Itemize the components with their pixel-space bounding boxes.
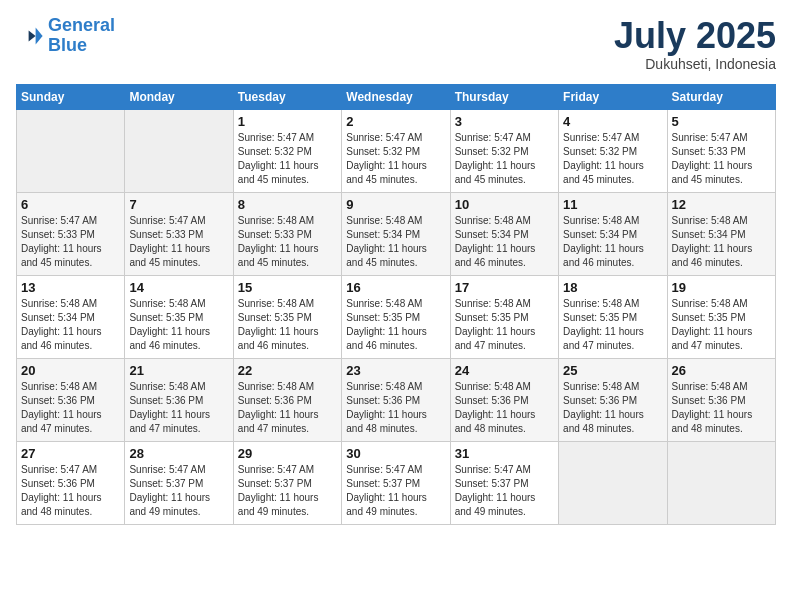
day-detail: Sunrise: 5:47 AM Sunset: 5:32 PM Dayligh… xyxy=(455,131,554,187)
calendar-cell: 3Sunrise: 5:47 AM Sunset: 5:32 PM Daylig… xyxy=(450,109,558,192)
calendar-cell: 23Sunrise: 5:48 AM Sunset: 5:36 PM Dayli… xyxy=(342,358,450,441)
logo-icon xyxy=(16,22,44,50)
calendar-cell: 19Sunrise: 5:48 AM Sunset: 5:35 PM Dayli… xyxy=(667,275,775,358)
svg-marker-0 xyxy=(36,27,43,44)
day-detail: Sunrise: 5:48 AM Sunset: 5:36 PM Dayligh… xyxy=(563,380,662,436)
day-number: 26 xyxy=(672,363,771,378)
calendar-cell: 29Sunrise: 5:47 AM Sunset: 5:37 PM Dayli… xyxy=(233,441,341,524)
day-number: 1 xyxy=(238,114,337,129)
day-number: 14 xyxy=(129,280,228,295)
calendar-cell: 18Sunrise: 5:48 AM Sunset: 5:35 PM Dayli… xyxy=(559,275,667,358)
day-detail: Sunrise: 5:47 AM Sunset: 5:33 PM Dayligh… xyxy=(21,214,120,270)
day-number: 12 xyxy=(672,197,771,212)
day-number: 7 xyxy=(129,197,228,212)
day-detail: Sunrise: 5:48 AM Sunset: 5:35 PM Dayligh… xyxy=(129,297,228,353)
day-number: 27 xyxy=(21,446,120,461)
calendar-table: SundayMondayTuesdayWednesdayThursdayFrid… xyxy=(16,84,776,525)
weekday-header-saturday: Saturday xyxy=(667,84,775,109)
calendar-cell: 15Sunrise: 5:48 AM Sunset: 5:35 PM Dayli… xyxy=(233,275,341,358)
day-detail: Sunrise: 5:48 AM Sunset: 5:36 PM Dayligh… xyxy=(455,380,554,436)
day-number: 3 xyxy=(455,114,554,129)
calendar-cell: 24Sunrise: 5:48 AM Sunset: 5:36 PM Dayli… xyxy=(450,358,558,441)
calendar-cell: 14Sunrise: 5:48 AM Sunset: 5:35 PM Dayli… xyxy=(125,275,233,358)
calendar-cell xyxy=(559,441,667,524)
title-block: July 2025 Dukuhseti, Indonesia xyxy=(614,16,776,72)
day-number: 15 xyxy=(238,280,337,295)
week-row-1: 1Sunrise: 5:47 AM Sunset: 5:32 PM Daylig… xyxy=(17,109,776,192)
calendar-cell xyxy=(125,109,233,192)
day-number: 13 xyxy=(21,280,120,295)
weekday-header-tuesday: Tuesday xyxy=(233,84,341,109)
day-detail: Sunrise: 5:47 AM Sunset: 5:33 PM Dayligh… xyxy=(129,214,228,270)
calendar-cell: 25Sunrise: 5:48 AM Sunset: 5:36 PM Dayli… xyxy=(559,358,667,441)
calendar-cell: 30Sunrise: 5:47 AM Sunset: 5:37 PM Dayli… xyxy=(342,441,450,524)
calendar-cell: 26Sunrise: 5:48 AM Sunset: 5:36 PM Dayli… xyxy=(667,358,775,441)
week-row-5: 27Sunrise: 5:47 AM Sunset: 5:36 PM Dayli… xyxy=(17,441,776,524)
logo-line2: Blue xyxy=(48,35,87,55)
day-detail: Sunrise: 5:48 AM Sunset: 5:36 PM Dayligh… xyxy=(238,380,337,436)
calendar-cell: 6Sunrise: 5:47 AM Sunset: 5:33 PM Daylig… xyxy=(17,192,125,275)
calendar-cell: 31Sunrise: 5:47 AM Sunset: 5:37 PM Dayli… xyxy=(450,441,558,524)
calendar-cell: 22Sunrise: 5:48 AM Sunset: 5:36 PM Dayli… xyxy=(233,358,341,441)
day-number: 30 xyxy=(346,446,445,461)
day-detail: Sunrise: 5:48 AM Sunset: 5:36 PM Dayligh… xyxy=(672,380,771,436)
calendar-cell xyxy=(667,441,775,524)
weekday-header-monday: Monday xyxy=(125,84,233,109)
calendar-cell: 9Sunrise: 5:48 AM Sunset: 5:34 PM Daylig… xyxy=(342,192,450,275)
day-number: 8 xyxy=(238,197,337,212)
calendar-cell: 16Sunrise: 5:48 AM Sunset: 5:35 PM Dayli… xyxy=(342,275,450,358)
day-detail: Sunrise: 5:47 AM Sunset: 5:37 PM Dayligh… xyxy=(455,463,554,519)
day-detail: Sunrise: 5:47 AM Sunset: 5:32 PM Dayligh… xyxy=(238,131,337,187)
day-number: 23 xyxy=(346,363,445,378)
calendar-cell: 2Sunrise: 5:47 AM Sunset: 5:32 PM Daylig… xyxy=(342,109,450,192)
day-number: 9 xyxy=(346,197,445,212)
day-detail: Sunrise: 5:47 AM Sunset: 5:32 PM Dayligh… xyxy=(346,131,445,187)
page-header: General Blue July 2025 Dukuhseti, Indone… xyxy=(16,16,776,72)
svg-marker-1 xyxy=(29,30,36,41)
day-number: 19 xyxy=(672,280,771,295)
weekday-header-friday: Friday xyxy=(559,84,667,109)
day-detail: Sunrise: 5:48 AM Sunset: 5:35 PM Dayligh… xyxy=(238,297,337,353)
calendar-cell: 21Sunrise: 5:48 AM Sunset: 5:36 PM Dayli… xyxy=(125,358,233,441)
weekday-header-sunday: Sunday xyxy=(17,84,125,109)
calendar-cell: 17Sunrise: 5:48 AM Sunset: 5:35 PM Dayli… xyxy=(450,275,558,358)
weekday-header-wednesday: Wednesday xyxy=(342,84,450,109)
day-number: 31 xyxy=(455,446,554,461)
day-number: 5 xyxy=(672,114,771,129)
logo-text: General Blue xyxy=(48,16,115,56)
day-detail: Sunrise: 5:47 AM Sunset: 5:37 PM Dayligh… xyxy=(129,463,228,519)
day-number: 28 xyxy=(129,446,228,461)
day-detail: Sunrise: 5:47 AM Sunset: 5:37 PM Dayligh… xyxy=(346,463,445,519)
weekday-header-row: SundayMondayTuesdayWednesdayThursdayFrid… xyxy=(17,84,776,109)
calendar-cell xyxy=(17,109,125,192)
day-number: 6 xyxy=(21,197,120,212)
day-detail: Sunrise: 5:48 AM Sunset: 5:33 PM Dayligh… xyxy=(238,214,337,270)
location: Dukuhseti, Indonesia xyxy=(614,56,776,72)
month-title: July 2025 xyxy=(614,16,776,56)
day-number: 21 xyxy=(129,363,228,378)
calendar-cell: 5Sunrise: 5:47 AM Sunset: 5:33 PM Daylig… xyxy=(667,109,775,192)
week-row-3: 13Sunrise: 5:48 AM Sunset: 5:34 PM Dayli… xyxy=(17,275,776,358)
day-detail: Sunrise: 5:47 AM Sunset: 5:32 PM Dayligh… xyxy=(563,131,662,187)
calendar-cell: 12Sunrise: 5:48 AM Sunset: 5:34 PM Dayli… xyxy=(667,192,775,275)
day-number: 18 xyxy=(563,280,662,295)
day-detail: Sunrise: 5:48 AM Sunset: 5:35 PM Dayligh… xyxy=(346,297,445,353)
calendar-cell: 4Sunrise: 5:47 AM Sunset: 5:32 PM Daylig… xyxy=(559,109,667,192)
logo: General Blue xyxy=(16,16,115,56)
day-number: 24 xyxy=(455,363,554,378)
day-number: 2 xyxy=(346,114,445,129)
day-detail: Sunrise: 5:47 AM Sunset: 5:36 PM Dayligh… xyxy=(21,463,120,519)
day-detail: Sunrise: 5:48 AM Sunset: 5:35 PM Dayligh… xyxy=(455,297,554,353)
week-row-4: 20Sunrise: 5:48 AM Sunset: 5:36 PM Dayli… xyxy=(17,358,776,441)
calendar-cell: 13Sunrise: 5:48 AM Sunset: 5:34 PM Dayli… xyxy=(17,275,125,358)
day-detail: Sunrise: 5:48 AM Sunset: 5:34 PM Dayligh… xyxy=(563,214,662,270)
day-number: 25 xyxy=(563,363,662,378)
day-number: 20 xyxy=(21,363,120,378)
day-detail: Sunrise: 5:48 AM Sunset: 5:36 PM Dayligh… xyxy=(21,380,120,436)
day-detail: Sunrise: 5:48 AM Sunset: 5:34 PM Dayligh… xyxy=(21,297,120,353)
calendar-cell: 8Sunrise: 5:48 AM Sunset: 5:33 PM Daylig… xyxy=(233,192,341,275)
day-detail: Sunrise: 5:48 AM Sunset: 5:35 PM Dayligh… xyxy=(672,297,771,353)
day-detail: Sunrise: 5:48 AM Sunset: 5:34 PM Dayligh… xyxy=(455,214,554,270)
day-detail: Sunrise: 5:48 AM Sunset: 5:34 PM Dayligh… xyxy=(346,214,445,270)
day-number: 17 xyxy=(455,280,554,295)
